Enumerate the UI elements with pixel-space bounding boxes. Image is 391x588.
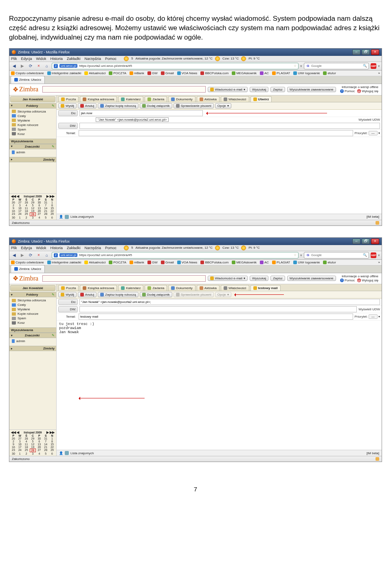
tab-compose[interactable]: Utwórz xyxy=(250,96,272,102)
logout-link[interactable]: Wyloguj się xyxy=(362,279,378,282)
zimlets-header[interactable]: ▸Zimlety xyxy=(9,346,56,351)
minimize-button[interactable]: – xyxy=(352,49,360,55)
offline-info-link[interactable]: Informacje o wersji offline xyxy=(340,85,378,89)
folders-header[interactable]: ▾Foldery✎ xyxy=(9,103,56,108)
menu-file[interactable]: Plik xyxy=(11,57,17,61)
bookmark-item[interactable]: PLAGIAT xyxy=(272,71,290,75)
search-button[interactable]: Wyszukaj xyxy=(250,276,268,281)
new-tag-icon[interactable]: ✎ xyxy=(52,145,55,148)
buddy-icon[interactable]: 👤 xyxy=(59,215,63,219)
savedraft-button[interactable]: Zapisz kopię roboczą xyxy=(98,103,138,108)
browser-tab[interactable]: Zimbra: Utwórz xyxy=(11,76,45,84)
home-button[interactable]: ⌂ xyxy=(44,63,50,69)
bookmark-item[interactable]: Gmail xyxy=(161,261,174,264)
menu-history[interactable]: Historia xyxy=(51,246,63,250)
spellcheck-button[interactable]: Sprawdzanie pisowni xyxy=(174,103,214,108)
tab-prefs[interactable]: Właściwości xyxy=(221,285,249,291)
folder-drafts[interactable]: Kopie robocze xyxy=(10,123,55,127)
menu-edit[interactable]: Edycja xyxy=(21,246,32,250)
folder-spam[interactable]: Spam xyxy=(10,316,55,321)
bookmark-item[interactable]: Często odwiedzane xyxy=(11,261,44,264)
help-link[interactable]: Pomoc xyxy=(345,89,355,93)
bookmark-item[interactable]: VOA News xyxy=(177,261,198,264)
bookmark-item[interactable]: Gmail xyxy=(161,71,174,75)
bookmark-item[interactable]: mBank xyxy=(130,71,144,75)
zimbra-search-input[interactable] xyxy=(42,86,205,93)
to-input[interactable] xyxy=(79,299,380,305)
address-bar[interactable]: Z uni.wroc.pl https://poczta2.uni.wroc.p… xyxy=(52,63,299,69)
menu-tools[interactable]: Narzędzia xyxy=(85,57,101,61)
menu-edit[interactable]: Edycja xyxy=(21,57,32,61)
back-button[interactable]: ◀ xyxy=(11,252,18,259)
tab-tasks[interactable]: Zadania xyxy=(145,285,167,291)
search-type-dropdown[interactable]: Wiadomości e-mail ▾ xyxy=(208,87,248,92)
tab-compose[interactable]: testowy mail xyxy=(250,285,281,291)
tab-prefs[interactable]: Właściwości xyxy=(221,96,249,102)
adblock-icon[interactable]: ABP xyxy=(371,63,376,69)
options-button[interactable]: Opcje ▾ xyxy=(215,103,231,108)
priority-select[interactable]: — xyxy=(369,131,378,135)
buddy-icon[interactable] xyxy=(65,451,69,455)
search-field[interactable]: G Google 🔍 xyxy=(304,63,369,69)
bookmark-item[interactable]: POCZTA xyxy=(109,71,126,75)
browser-tab[interactable]: Zimbra: Utwórz xyxy=(11,265,45,273)
help-link[interactable]: Pomoc xyxy=(345,279,355,282)
bookmark-item[interactable]: UWr logowanie xyxy=(293,71,320,75)
save-search-button[interactable]: Zapisz xyxy=(270,276,285,281)
subject-input[interactable] xyxy=(79,314,353,320)
savedraft-button[interactable]: Zapisz kopię roboczą xyxy=(98,292,138,297)
menu-bookmarks[interactable]: Zakładki xyxy=(67,246,81,250)
subject-input[interactable] xyxy=(79,130,353,136)
search-go-icon[interactable]: 🔍 xyxy=(363,253,367,257)
menu-help[interactable]: Pomoc xyxy=(105,57,116,61)
save-search-button[interactable]: Zapisz xyxy=(270,87,285,92)
bookmark-item[interactable]: MEGAsłownik xyxy=(232,71,257,75)
advanced-search-button[interactable]: Wyszukiwanie zaawansowane xyxy=(287,87,336,92)
menu-view[interactable]: Widok xyxy=(36,246,46,250)
forward-button[interactable]: ▶ xyxy=(19,252,26,259)
friends-label[interactable]: Lista znajomych xyxy=(70,215,94,219)
bookmark-item[interactable]: Często odwiedzane xyxy=(11,71,44,75)
cc-label[interactable]: DW: xyxy=(58,123,78,129)
tag-item[interactable]: admin xyxy=(10,150,55,155)
tab-briefcase[interactable]: Aktówka xyxy=(197,96,220,102)
bookmark-star-icon[interactable]: ☆ xyxy=(294,253,297,257)
bookmark-item[interactable]: mBank xyxy=(130,261,144,264)
address-suggestion[interactable]: "Jan Nowak" <jan.nowak@poczta2.uni.wroc.… xyxy=(96,117,169,122)
folder-inbox[interactable]: Skrzynka odbiorcza xyxy=(10,298,55,303)
home-button[interactable]: ⌂ xyxy=(44,252,50,259)
tab-calendar[interactable]: Kalendarz xyxy=(118,96,143,102)
tab-contacts[interactable]: Książka adresowa xyxy=(80,285,117,291)
folder-inbox[interactable]: Skrzynka odbiorcza xyxy=(10,109,55,114)
cc-input[interactable] xyxy=(79,123,380,129)
show-bcc-link[interactable]: Wyświetl UDW xyxy=(358,307,380,311)
search-button[interactable]: Wyszukaj xyxy=(250,87,268,92)
toolbar-overflow-icon[interactable]: ▾ xyxy=(378,253,380,257)
compose-body[interactable] xyxy=(57,137,382,214)
bookmark-item[interactable]: etutor xyxy=(323,261,336,264)
bookmark-item[interactable]: VOA News xyxy=(177,71,198,75)
back-button[interactable]: ◀ xyxy=(11,63,18,69)
search-go-icon[interactable]: 🔍 xyxy=(363,64,367,68)
tab-docs[interactable]: Dokumenty xyxy=(168,285,195,291)
forward-button[interactable]: ▶ xyxy=(19,63,26,69)
search-field[interactable]: G Google 🔍 xyxy=(304,252,369,259)
attach-button[interactable]: Dodaj załącznik xyxy=(140,292,172,297)
toolbar-overflow-icon[interactable]: ▾ xyxy=(378,64,380,68)
restore-button[interactable]: 🗗 xyxy=(362,239,370,244)
attach-button[interactable]: Dodaj załącznik xyxy=(140,103,172,108)
folder-spam[interactable]: Spam xyxy=(10,127,55,132)
to-input[interactable] xyxy=(79,110,203,116)
bookmark-item[interactable]: etutor xyxy=(323,71,336,75)
priority-select[interactable]: — xyxy=(369,314,378,319)
spellcheck-button[interactable]: Sprawdzanie pisowni xyxy=(174,292,214,297)
stop-button[interactable]: × xyxy=(35,63,42,69)
cc-label[interactable]: DW: xyxy=(58,306,78,312)
bookmark-item[interactable]: AC xyxy=(260,71,269,75)
folder-chats[interactable]: Czaty xyxy=(10,303,55,307)
search-type-dropdown[interactable]: Wiadomości e-mail ▾ xyxy=(208,276,248,281)
bookmark-item[interactable]: UWr logowanie xyxy=(293,261,320,264)
bookmarks-more[interactable]: » xyxy=(378,71,380,75)
tags-header[interactable]: ▾Znaczniki✎ xyxy=(9,333,56,338)
cancel-button[interactable]: Anuluj xyxy=(78,103,97,108)
